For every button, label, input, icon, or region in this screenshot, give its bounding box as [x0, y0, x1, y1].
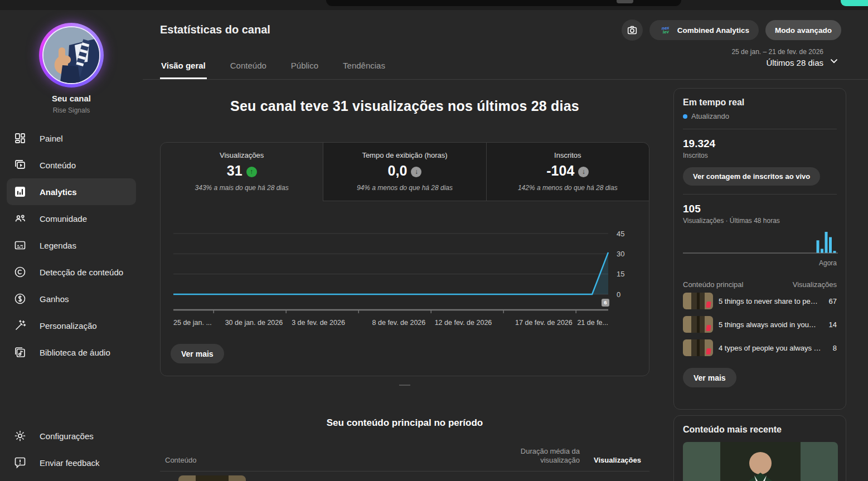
earnings-icon: [13, 292, 27, 305]
video-thumbnail: [683, 339, 713, 356]
date-period-text: Últimos 28 dias: [731, 58, 823, 67]
tab-publico[interactable]: Público: [290, 61, 319, 79]
svg-text:25 de jan. ...: 25 de jan. ...: [173, 319, 212, 327]
advanced-mode-button[interactable]: Modo avançado: [765, 20, 841, 40]
sidebar-item-ganhos[interactable]: Ganhos: [7, 285, 136, 312]
metric-tab-visualizacoes[interactable]: Visualizações 31↑ 343% a mais do que há …: [161, 143, 323, 201]
sidebar-item-deteccao[interactable]: Detecção de conteúdo: [7, 259, 136, 285]
recent-content-title: Conteúdo mais recente: [683, 425, 837, 435]
chevron-down-icon[interactable]: [828, 55, 840, 67]
live-subscriber-count-button[interactable]: Ver contagem de inscritos ao vivo: [683, 167, 820, 186]
svg-text:12 de fev. de 2026: 12 de fev. de 2026: [435, 319, 492, 327]
page-title: Estatísticas do canal: [160, 23, 270, 36]
top-content-list-header: Conteúdo principal Visualizações: [683, 280, 837, 289]
trend-down-icon: ↓: [411, 167, 421, 177]
column-header-duracao[interactable]: Duração média da visualização: [521, 447, 580, 465]
live-dot-icon: [683, 114, 687, 119]
date-range-selector[interactable]: 25 de jan. – 21 de fev. de 2026 Últimos …: [731, 48, 823, 67]
analytics-content: Estatísticas do canal Visão geral Conteú…: [143, 10, 868, 481]
column-header-conteudo: Conteúdo: [165, 456, 196, 464]
channel-handle: Rise Signals: [0, 106, 143, 114]
sidebar-item-label: Biblioteca de áudio: [40, 348, 110, 357]
sidebar-item-label: Ganhos: [40, 294, 69, 304]
table-row-thumbnail[interactable]: [178, 475, 246, 481]
list-header-content: Conteúdo principal: [683, 280, 743, 289]
trend-down-icon: ↓: [578, 167, 589, 177]
sidebar-item-legendas[interactable]: Legendas: [7, 232, 136, 259]
list-item[interactable]: 5 things always avoid in you… 14: [683, 313, 837, 336]
realtime-see-more-button[interactable]: Ver mais: [683, 368, 736, 387]
recent-content-card: Conteúdo mais recente: [673, 415, 846, 481]
realtime-card: Em tempo real Atualizando 19.324 Inscrit…: [673, 88, 846, 410]
subscribers-count: 19.324: [683, 138, 837, 150]
sidebar-item-label: Painel: [40, 134, 63, 143]
sidebar-item-configuracoes[interactable]: Configurações: [7, 422, 136, 449]
page-header: Estatísticas do canal Visão geral Conteú…: [143, 10, 868, 80]
overview-headline: Seu canal teve 31 visualizações nos últi…: [160, 98, 649, 114]
channel-avatar-image: [42, 26, 100, 84]
sidebar-item-comunidade[interactable]: Comunidade: [7, 205, 136, 232]
recent-video-thumbnail[interactable]: [683, 442, 838, 481]
subtitles-icon: [13, 239, 27, 252]
see-more-button[interactable]: Ver mais: [171, 344, 224, 363]
svg-text:15: 15: [617, 270, 624, 278]
svg-text:17 de fev. de 2026: 17 de fev. de 2026: [515, 319, 573, 327]
studio-sidebar: Seu canal Rise Signals Painel Conteúdo A…: [0, 10, 143, 481]
sidebar-item-label: Conteúdo: [40, 161, 76, 170]
sidebar-item-conteudo[interactable]: Conteúdo: [7, 152, 136, 178]
channel-name: Seu canal: [0, 94, 143, 103]
gear-icon: [13, 429, 27, 443]
svg-text:0: 0: [617, 290, 620, 299]
green-suit-portrait: [683, 442, 838, 481]
sidebar-item-label: Detecção de conteúdo: [40, 268, 123, 277]
list-header-views: Visualizações: [793, 280, 837, 289]
top-content-title: Seu conteúdo principal no período: [160, 417, 649, 429]
realtime-updating: Atualizando: [683, 112, 837, 120]
audio-library-icon: [13, 346, 27, 359]
browser-top-strip: [0, 0, 868, 10]
screenshot-camera-button[interactable]: [622, 20, 643, 41]
video-thumbnail: [683, 316, 713, 333]
sidebar-item-painel[interactable]: Painel: [7, 125, 136, 152]
sidebar-item-enviar-feedback[interactable]: Enviar feedback: [7, 449, 136, 476]
teal-overlay-button[interactable]: [841, 0, 868, 6]
sidebar-item-biblioteca[interactable]: Biblioteca de áudio: [7, 339, 136, 366]
combined-analytics-button[interactable]: nex lev Combined Analytics: [649, 20, 759, 40]
metric-tabs: Visualizações 31↑ 343% a mais do que há …: [161, 143, 649, 201]
list-item[interactable]: 5 things to never share to pe… 67: [683, 290, 837, 312]
svg-text:21 de fe...: 21 de fe...: [577, 319, 608, 327]
content-icon: [13, 158, 27, 172]
sidebar-item-analytics[interactable]: Analytics: [7, 178, 136, 205]
community-icon: [13, 212, 27, 225]
svg-text:8 de fev. de 2026: 8 de fev. de 2026: [372, 319, 426, 327]
feedback-icon: [13, 456, 27, 469]
realtime-title: Em tempo real: [683, 98, 837, 108]
views-sparkline: Agora: [683, 230, 837, 267]
sidebar-item-personalizacao[interactable]: Personalização: [7, 312, 136, 339]
svg-text:45: 45: [617, 230, 624, 238]
subscribers-label: Inscritos: [683, 152, 837, 159]
topbar-widget: [617, 0, 633, 3]
advanced-mode-label: Modo avançado: [775, 26, 832, 35]
tab-conteudo[interactable]: Conteúdo: [229, 61, 268, 79]
sidebar-item-label: Legendas: [40, 241, 76, 250]
channel-avatar[interactable]: [39, 23, 104, 88]
views-48h-count: 105: [683, 203, 837, 215]
now-label: Agora: [683, 259, 837, 267]
metric-tab-inscritos[interactable]: Inscritos -104↓ 142% a menos do que há 2…: [486, 143, 649, 201]
tab-visao-geral[interactable]: Visão geral: [160, 61, 207, 79]
customization-icon: [13, 319, 27, 332]
section-divider: [399, 385, 410, 386]
analytics-icon: [13, 185, 27, 198]
column-header-visualizacoes[interactable]: Visualizações: [594, 456, 641, 464]
list-item[interactable]: 4 types of people you always … 8: [683, 337, 837, 359]
divider: [683, 129, 837, 129]
tab-tendencias[interactable]: Tendências: [342, 61, 386, 79]
sidebar-item-label: Comunidade: [40, 214, 87, 224]
svg-text:30: 30: [617, 250, 624, 258]
overview-chart-card: Visualizações 31↑ 343% a mais do que há …: [160, 142, 649, 376]
metric-tab-tempo-exibicao[interactable]: Tempo de exibição (horas) 0,0↓ 94% a men…: [323, 143, 486, 201]
views-line-chart: 015304525 de jan. ...30 de jan. de 20263…: [161, 221, 649, 357]
sidebar-footer: Configurações Enviar feedback: [0, 422, 143, 476]
sidebar-item-label: Configurações: [40, 431, 94, 441]
